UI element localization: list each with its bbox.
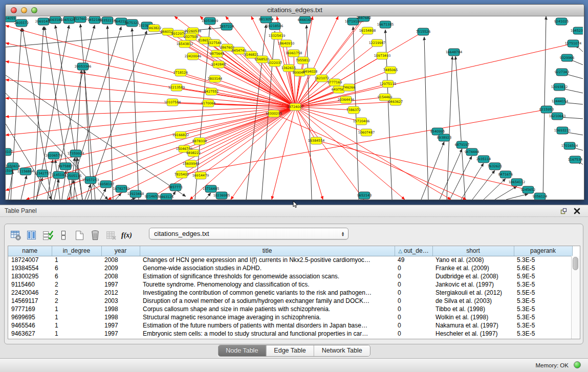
table-row[interactable]: 946554611997Estimation of the future num… xyxy=(8,321,572,330)
network-canvas[interactable]: 2405524055722069140690631801065328715276… xyxy=(6,16,583,200)
graph-node[interactable]: 18640910 xyxy=(278,40,295,47)
column-header-short[interactable]: short xyxy=(432,246,514,256)
table-cell[interactable]: Tourette syndrome. Phenomenology and cla… xyxy=(140,280,395,289)
table-cell[interactable]: 5.6E-5 xyxy=(514,264,572,272)
graph-node[interactable]: 1527602 xyxy=(73,16,88,23)
column-header-name[interactable]: name xyxy=(8,246,52,256)
table-cell[interactable]: Jankovic et al. (1997) xyxy=(432,280,514,289)
table-row[interactable]: 1830029562008Estimation of significance … xyxy=(8,272,572,280)
column-header-pagerank[interactable]: pagerank xyxy=(514,246,572,256)
table-cell[interactable]: 0 xyxy=(395,297,432,305)
table-cell[interactable]: 0 xyxy=(395,272,432,280)
graph-node[interactable]: 19218506 xyxy=(267,23,284,30)
table-settings-icon[interactable] xyxy=(9,229,23,243)
table-cell[interactable]: 9777169 xyxy=(8,305,52,313)
table-cell[interactable]: Structural magnetic resonance image aver… xyxy=(140,313,395,321)
graph-node[interactable]: 9322037 xyxy=(268,59,282,67)
tab-node-table[interactable]: Node Table xyxy=(218,345,266,356)
create-table-icon[interactable] xyxy=(72,229,86,243)
table-cell[interactable]: 9699695 xyxy=(8,313,52,321)
show-columns-icon[interactable] xyxy=(25,229,38,243)
column-header-year[interactable]: year xyxy=(101,246,140,256)
table-cell[interactable]: 5.3E-5 xyxy=(514,321,572,330)
table-cell[interactable]: 1 xyxy=(52,256,101,264)
table-cell[interactable]: 5.5E-5 xyxy=(514,289,572,297)
graph-node[interactable]: 10107584 xyxy=(164,99,181,106)
graph-node[interactable]: 2803144 xyxy=(208,75,222,82)
tab-network-table[interactable]: Network Table xyxy=(314,345,370,356)
table-cell[interactable]: 0 xyxy=(395,305,432,313)
graph-node[interactable]: 15693231 xyxy=(554,127,571,134)
table-cell[interactable]: 6 xyxy=(52,264,101,272)
graph-node[interactable]: 19166822 xyxy=(172,132,189,139)
graph-node[interactable]: 1167534 xyxy=(568,156,582,163)
graph-node[interactable]: 6494028 xyxy=(303,68,317,75)
graph-node[interactable]: 9329966 xyxy=(560,54,574,61)
table-cell[interactable]: 1 xyxy=(52,313,101,321)
graph-node[interactable]: 7632621 xyxy=(488,163,502,170)
table-cell[interactable]: 5.3E-5 xyxy=(514,313,572,321)
graph-node[interactable]: 16671385 xyxy=(377,21,394,28)
graph-node[interactable]: 9214653 xyxy=(145,193,159,200)
table-row[interactable]: 946362711997Embryonic stem cells: a mode… xyxy=(8,330,572,338)
float-icon[interactable] xyxy=(559,207,568,215)
graph-node[interactable]: 7463822 xyxy=(147,25,161,32)
column-format-icon[interactable] xyxy=(56,229,70,243)
graph-node[interactable]: 16648784 xyxy=(446,49,463,56)
network-view-window[interactable]: citations_edges.txt 24055240557220691406… xyxy=(5,4,584,200)
table-row[interactable]: 911546021997Tourette syndrome. Phenomeno… xyxy=(8,280,572,289)
graph-node[interactable]: 8813054 xyxy=(259,16,273,23)
table-cell[interactable]: 2003 xyxy=(101,297,140,305)
graph-node[interactable]: 9227343 xyxy=(555,69,569,76)
table-cell[interactable]: 5.3E-5 xyxy=(514,280,572,289)
table-cell[interactable]: 14569117 xyxy=(8,297,52,305)
graph-node[interactable]: 12093832 xyxy=(551,83,568,91)
table-cell[interactable]: Nakamura et al. (1997) xyxy=(432,321,514,330)
graph-node[interactable]: 10607487 xyxy=(358,129,375,136)
close-icon[interactable] xyxy=(573,207,581,215)
table-row[interactable]: 1938455462009Genome-wide association stu… xyxy=(8,264,572,272)
delete-table-icon[interactable] xyxy=(88,229,102,243)
graph-node[interactable]: 17359924 xyxy=(68,150,84,157)
network-window-titlebar[interactable]: citations_edges.txt xyxy=(6,5,584,16)
graph-node[interactable]: 12923468 xyxy=(127,190,144,198)
table-cell[interactable]: 5.3E-5 xyxy=(514,330,572,338)
graph-node[interactable]: 9857771 xyxy=(168,184,183,191)
graph-node[interactable]: 9777169 xyxy=(328,79,342,86)
table-cell[interactable]: 9465546 xyxy=(8,321,52,330)
graph-node[interactable]: 6879197 xyxy=(455,141,469,148)
table-cell[interactable]: 2008 xyxy=(101,272,140,280)
graph-node[interactable]: 12219987 xyxy=(369,39,386,47)
table-cell[interactable]: 9463627 xyxy=(8,330,52,338)
graph-node[interactable]: 9356124 xyxy=(533,193,547,200)
table-row[interactable]: 969969511998Structural magnetic resonanc… xyxy=(8,313,572,321)
table-cell[interactable]: 2 xyxy=(52,280,101,289)
graph-node[interactable]: 15720406 xyxy=(353,118,370,125)
table-row[interactable]: 1456911722003Disruption of a novel membe… xyxy=(8,297,572,305)
graph-node[interactable]: 9327508 xyxy=(184,33,198,40)
graph-node[interactable]: 746266 xyxy=(343,84,355,91)
table-cell[interactable]: 5.9E-5 xyxy=(514,272,572,280)
table-cell[interactable]: 0 xyxy=(395,330,432,338)
table-cell[interactable]: 6 xyxy=(52,272,101,280)
graph-node[interactable]: 8471676 xyxy=(498,171,513,178)
graph-node[interactable]: 16210643 xyxy=(549,113,566,120)
function-builder-icon[interactable]: f(x) xyxy=(120,229,134,243)
table-cell[interactable]: Estimation of significance thresholds fo… xyxy=(140,272,395,280)
table-cell[interactable]: 5.3E-5 xyxy=(514,297,572,305)
table-cell[interactable]: Embryonic stem cells: a model to study s… xyxy=(140,330,395,338)
graph-node[interactable]: 2718126 xyxy=(173,69,188,76)
graph-node[interactable]: 8427552 xyxy=(204,88,219,95)
graph-node[interactable]: 22420046 xyxy=(185,53,202,60)
graph-node[interactable]: 16053809 xyxy=(202,17,219,25)
table-cell[interactable]: Investigating the contribution of common… xyxy=(140,289,395,297)
graph-node[interactable]: 7485065 xyxy=(383,67,398,74)
column-header-in_degree[interactable]: in_degree xyxy=(52,246,101,256)
table-cell[interactable]: 1997 xyxy=(101,330,140,338)
table-cell[interactable]: 0 xyxy=(395,289,432,297)
table-row[interactable]: 1872400712008Changes of HCN gene express… xyxy=(8,256,572,264)
table-cell[interactable]: 18300295 xyxy=(8,272,52,280)
graph-node[interactable]: 9875321 xyxy=(125,19,139,27)
graph-node[interactable]: 1958107 xyxy=(6,148,13,156)
table-source-select[interactable]: citations_edges.txt ▲▼ xyxy=(149,228,349,239)
